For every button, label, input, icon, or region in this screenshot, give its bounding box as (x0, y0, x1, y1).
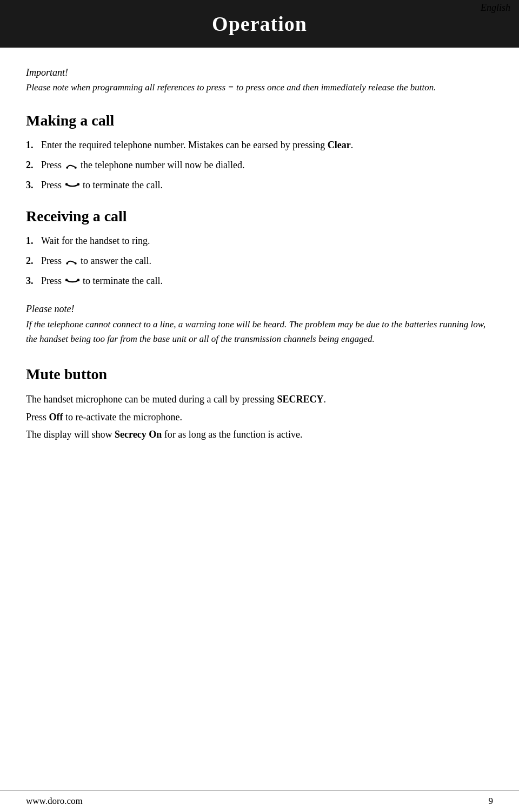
list-content: Press to terminate the call. (41, 178, 493, 193)
please-note-block: Please note! If the telephone cannot con… (26, 303, 493, 346)
call-icon (65, 258, 77, 265)
mute-button-heading: Mute button (26, 366, 493, 383)
svg-point-5 (74, 262, 76, 265)
secrecy-on-bold: Secrecy On (115, 429, 162, 440)
secrecy-bold: SECRECY (277, 394, 323, 405)
off-bold: Off (49, 412, 63, 422)
mute-line-3: The display will show Secrecy On for as … (26, 427, 493, 443)
footer: www.doro.com 9 (0, 790, 519, 812)
list-content: Press the telephone number will now be d… (41, 158, 493, 173)
list-number: 1. (26, 138, 41, 153)
header-bar: Operation (0, 0, 519, 48)
call-icon (65, 162, 77, 169)
end-call-icon (65, 278, 79, 285)
page-title: Operation (0, 12, 519, 36)
mute-line-2: Press Off to re-activate the microphone. (26, 410, 493, 425)
making-a-call-section: Making a call 1. Enter the required tele… (26, 112, 493, 193)
list-item: 1. Enter the required telephone number. … (26, 138, 493, 153)
list-number: 2. (26, 254, 41, 268)
list-number: 3. (26, 274, 41, 288)
making-a-call-heading: Making a call (26, 112, 493, 129)
list-item: 3. Press to terminate the call. (26, 178, 493, 193)
important-title: Important! (26, 67, 493, 78)
receiving-a-call-list: 1. Wait for the handset to ring. 2. Pres… (26, 234, 493, 288)
svg-point-0 (66, 167, 68, 169)
bold-clear: Clear (328, 140, 351, 150)
end-call-icon (65, 182, 79, 189)
main-content: Important! Please note when programming … (0, 48, 519, 477)
list-number: 2. (26, 158, 41, 173)
list-number: 3. (26, 178, 41, 193)
please-note-text: If the telephone cannot connect to a lin… (26, 317, 493, 346)
list-content: Press to terminate the call. (41, 274, 493, 288)
list-content: Enter the required telephone number. Mis… (41, 138, 493, 153)
making-a-call-list: 1. Enter the required telephone number. … (26, 138, 493, 193)
list-item: 1. Wait for the handset to ring. (26, 234, 493, 248)
list-content: Press to answer the call. (41, 254, 493, 268)
footer-page-number: 9 (489, 796, 494, 807)
footer-url: www.doro.com (26, 796, 83, 807)
mute-line-1: The handset microphone can be muted duri… (26, 392, 493, 407)
important-text: Please note when programming all referen… (26, 81, 493, 95)
list-item: 3. Press to terminate the call. (26, 274, 493, 288)
language-label: English (472, 0, 519, 16)
list-content: Wait for the handset to ring. (41, 234, 493, 248)
please-note-title: Please note! (26, 303, 493, 315)
list-item: 2. Press the telephone number will now b… (26, 158, 493, 173)
svg-point-4 (66, 262, 68, 265)
important-block: Important! Please note when programming … (26, 67, 493, 95)
list-number: 1. (26, 234, 41, 248)
receiving-a-call-heading: Receiving a call (26, 208, 493, 225)
receiving-a-call-section: Receiving a call 1. Wait for the handset… (26, 208, 493, 288)
svg-point-1 (74, 167, 76, 169)
mute-button-section: Mute button The handset microphone can b… (26, 366, 493, 443)
list-item: 2. Press to answer the call. (26, 254, 493, 268)
